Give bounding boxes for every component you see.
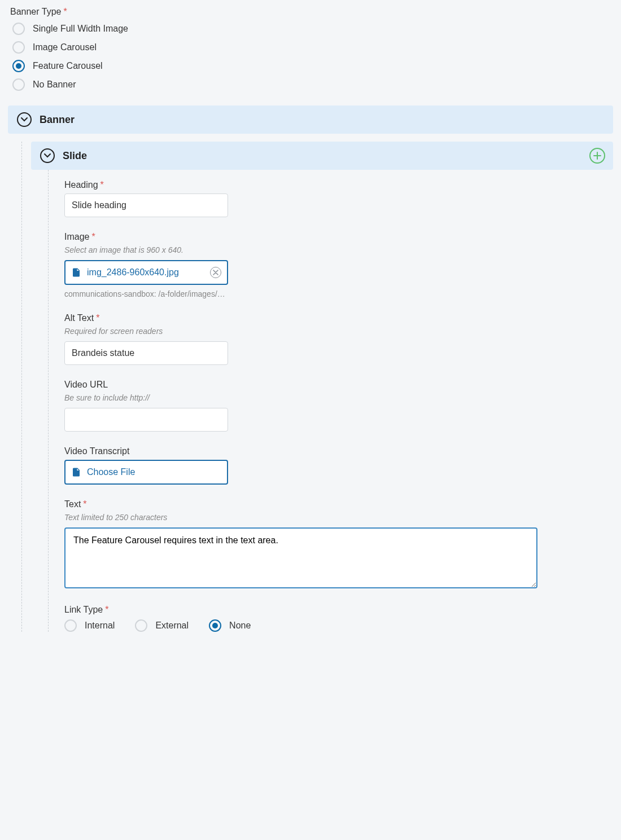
banner-section-title: Banner: [40, 114, 75, 126]
image-file-picker[interactable]: img_2486-960x640.jpg: [64, 260, 228, 285]
radio-label: Feature Carousel: [33, 61, 103, 71]
banner-type-radio-no-banner[interactable]: No Banner: [12, 78, 613, 91]
image-filename: img_2486-960x640.jpg: [87, 267, 210, 278]
image-hint: Select an image that is 960 x 640.: [64, 245, 613, 254]
image-clear-button[interactable]: [210, 267, 221, 278]
alt-text-hint: Required for screen readers: [64, 327, 613, 336]
heading-label: Heading*: [64, 180, 613, 190]
link-type-radio-internal[interactable]: Internal: [64, 619, 115, 632]
choose-file-label: Choose File: [87, 467, 221, 477]
text-hint: Text limited to 250 characters: [64, 513, 613, 522]
slide-collapse-toggle[interactable]: [40, 148, 55, 163]
radio-label: No Banner: [33, 80, 76, 90]
link-type-radio-group: InternalExternalNone: [64, 619, 613, 632]
video-transcript-file-picker[interactable]: Choose File: [64, 460, 228, 485]
banner-section-header: Banner: [8, 105, 613, 134]
radio-label: None: [229, 621, 251, 631]
alt-text-input[interactable]: [64, 341, 228, 365]
radio-icon: [12, 60, 25, 72]
video-transcript-label: Video Transcript: [64, 446, 613, 456]
radio-label: External: [155, 621, 189, 631]
radio-icon: [12, 41, 25, 54]
alt-text-label: Alt Text*: [64, 313, 613, 323]
link-type-label: Link Type*: [64, 605, 613, 615]
file-image-icon: [71, 267, 81, 278]
link-type-radio-external[interactable]: External: [135, 619, 189, 632]
plus-icon: [593, 152, 601, 160]
heading-input[interactable]: [64, 193, 228, 217]
slide-section-header: Slide: [31, 142, 613, 170]
radio-icon: [12, 23, 25, 35]
video-url-label: Video URL: [64, 380, 613, 390]
link-type-radio-none[interactable]: None: [209, 619, 251, 632]
close-icon: [213, 270, 218, 275]
radio-icon: [209, 619, 221, 632]
add-slide-button[interactable]: [589, 148, 605, 164]
text-label: Text*: [64, 499, 613, 509]
radio-label: Single Full Width Image: [33, 24, 128, 34]
radio-label: Internal: [85, 621, 115, 631]
video-url-hint: Be sure to include http://: [64, 393, 613, 402]
image-path: communications-sandbox: /a-folder/images…: [64, 289, 613, 298]
radio-icon: [135, 619, 147, 632]
radio-label: Image Carousel: [33, 42, 97, 52]
banner-collapse-toggle[interactable]: [17, 112, 32, 127]
image-label: Image*: [64, 232, 613, 242]
banner-type-radio-single-full-width-image[interactable]: Single Full Width Image: [12, 23, 613, 35]
banner-type-label: Banner Type*: [10, 7, 613, 17]
slide-section-title: Slide: [63, 150, 87, 162]
banner-type-radio-group: Single Full Width ImageImage CarouselFea…: [12, 23, 613, 91]
video-url-input[interactable]: [64, 408, 228, 432]
banner-type-radio-image-carousel[interactable]: Image Carousel: [12, 41, 613, 54]
text-textarea[interactable]: [64, 527, 537, 588]
radio-icon: [12, 78, 25, 91]
banner-type-radio-feature-carousel[interactable]: Feature Carousel: [12, 60, 613, 72]
radio-icon: [64, 619, 77, 632]
file-image-icon: [71, 467, 81, 477]
chevron-down-icon: [21, 117, 28, 122]
chevron-down-icon: [44, 153, 51, 158]
